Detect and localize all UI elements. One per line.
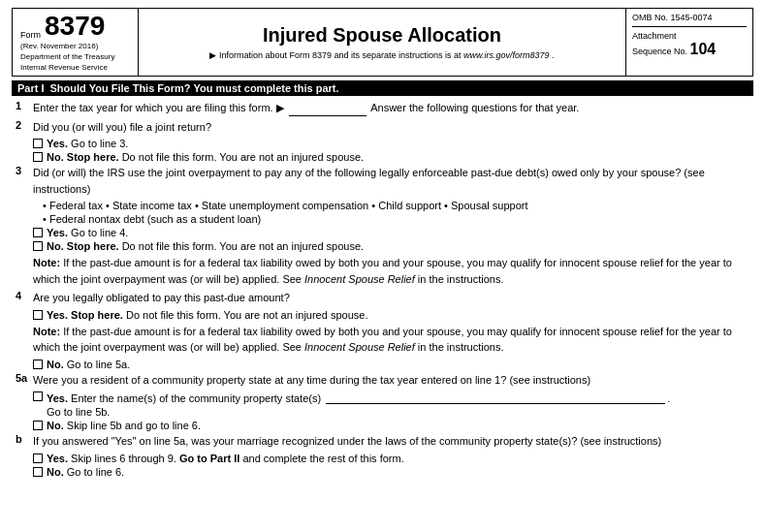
line5a-state-input[interactable]: [326, 391, 665, 404]
form-number: 8379: [45, 13, 105, 40]
line5b-no-checkbox[interactable]: [33, 467, 43, 477]
line4-no-row: No. Go to line 5a.: [33, 359, 749, 370]
form-content: 1 Enter the tax year for which you are f…: [12, 100, 753, 478]
line4-row: 4 Are you legally obligated to pay this …: [16, 290, 749, 306]
line5a-text: Were you a resident of a community prope…: [33, 374, 590, 386]
line3-content: Did (or will) the IRS use the joint over…: [33, 165, 749, 197]
attachment-label: Attachment: [632, 31, 747, 41]
line4-stop: Stop here.: [71, 309, 123, 321]
line2-stop: Stop here.: [67, 151, 119, 163]
attachment-seq: Attachment Sequence No. 104: [632, 26, 747, 58]
line3-yes-row: Yes. Go to line 4.: [33, 227, 749, 238]
line2-yes-checkbox[interactable]: [33, 139, 43, 148]
line4-content: Are you legally obligated to pay this pa…: [33, 290, 749, 306]
note4: Note: If the past-due amount is for a fe…: [33, 324, 749, 356]
note4-end: in the instructions.: [418, 341, 504, 353]
line3-bullet2: • Federal nontax debt (such as a student…: [43, 213, 749, 225]
irs-url-link: www.irs.gov/form8379: [463, 50, 550, 60]
line2-row: 2 Did you (or will you) file a joint ret…: [16, 119, 749, 136]
line4-no-checkbox[interactable]: [33, 360, 43, 369]
line4-yes-label: Yes.: [47, 309, 68, 321]
note3: Note: If the past-due amount is for a fe…: [33, 255, 749, 287]
line4-no-goto: Go to line 5a.: [67, 359, 130, 370]
line3-row: 3 Did (or will) the IRS use the joint ov…: [16, 165, 749, 197]
note3-end: in the instructions.: [418, 273, 504, 285]
line5b-text: If you answered "Yes" on line 5a, was yo…: [33, 435, 661, 447]
line4-number: 4: [16, 290, 33, 301]
line3-text: Did (or will) the IRS use the joint over…: [33, 167, 705, 195]
part1-title-sub: You must complete this part.: [193, 82, 338, 94]
line5b-yes-checkbox[interactable]: [33, 454, 43, 463]
line5b-row: b If you answered "Yes" on line 5a, was …: [16, 433, 749, 450]
form-label: Form: [20, 30, 41, 40]
part1-header: Part I Should You File This Form? You mu…: [12, 80, 753, 96]
line3-stop-text: Do not file this form. You are not an in…: [122, 240, 365, 252]
line3-bullet1: • Federal tax • State income tax • State…: [43, 200, 749, 211]
sequence-number: 104: [690, 41, 717, 57]
line5a-yes-checkbox[interactable]: [33, 391, 43, 401]
line2-yes-label: Yes.: [47, 138, 68, 149]
line3-yes-goto: Go to line 4.: [71, 227, 128, 238]
header-center: Injured Spouse Allocation ▶ Information …: [139, 9, 626, 76]
line5a-yes-goto: Go to line 5b.: [47, 406, 749, 418]
line5b-yes-label: Yes.: [47, 453, 68, 464]
line5a-number: 5a: [16, 372, 33, 384]
note3-label: Note:: [33, 257, 60, 268]
line1-row: 1 Enter the tax year for which you are f…: [16, 100, 749, 116]
form-header: Form 8379 (Rev. November 2016) Departmen…: [12, 8, 753, 77]
form-rev: (Rev. November 2016): [20, 42, 130, 50]
sequence-label: Sequence No. 104: [632, 41, 747, 58]
header-left: Form 8379 (Rev. November 2016) Departmen…: [13, 9, 139, 76]
line5b-yes-row: Yes. Skip lines 6 through 9. Go to Part …: [33, 453, 749, 464]
line5b-yes-bold: Go to Part II: [179, 453, 239, 464]
omb-number: OMB No. 1545-0074: [632, 13, 747, 22]
line2-no-checkbox[interactable]: [33, 152, 43, 162]
line2-number: 2: [16, 119, 33, 131]
line3-no-checkbox[interactable]: [33, 241, 43, 251]
line4-text: Are you legally obligated to pay this pa…: [33, 292, 290, 303]
line5b-number: b: [16, 433, 33, 445]
line4-yes-checkbox[interactable]: [33, 310, 43, 320]
line1-answer: Answer the following questions for that …: [370, 102, 579, 113]
line5a-no-row: No. Skip line 5b and go to line 6.: [33, 420, 749, 431]
part1-title-bold: Should You File This Form?: [50, 82, 191, 94]
line5b-yes-end: and complete the rest of this form.: [242, 453, 403, 464]
part1-title: Should You File This Form? You must comp…: [50, 82, 339, 94]
line3-yes-label: Yes.: [47, 227, 68, 238]
line5a-yes-label: Yes.: [47, 392, 68, 404]
line2-no-row: No. Stop here. Do not file this form. Yo…: [33, 151, 749, 163]
irs-url: ▶ Information about Form 8379 and its se…: [209, 50, 554, 60]
note4-label: Note:: [33, 326, 60, 337]
line5a-row: 5a Were you a resident of a community pr…: [16, 372, 749, 389]
line5a-yes-row: Yes. Enter the name(s) of the community …: [33, 391, 749, 404]
line3-stop: Stop here.: [67, 240, 119, 252]
page: Form 8379 (Rev. November 2016) Departmen…: [0, 0, 765, 532]
line1-number: 1: [16, 100, 33, 111]
note3-italic: Innocent Spouse Relief: [304, 273, 415, 285]
header-right: OMB No. 1545-0074 Attachment Sequence No…: [626, 9, 752, 76]
line5b-no-label: No.: [47, 466, 64, 478]
line5a-no-checkbox[interactable]: [33, 421, 43, 430]
line2-no-label: No.: [47, 151, 64, 163]
line3-yes-checkbox[interactable]: [33, 228, 43, 237]
line4-stop-text: Do not file this form. You are not an in…: [126, 309, 368, 321]
line1-content: Enter the tax year for which you are fil…: [33, 100, 749, 116]
line3-no-row: No. Stop here. Do not file this form. Yo…: [33, 240, 749, 252]
line1-input[interactable]: [289, 115, 367, 116]
info-line-text: ▶ Information about Form 8379 and its se…: [209, 50, 461, 60]
note4-italic: Innocent Spouse Relief: [304, 341, 415, 353]
main-title: Injured Spouse Allocation: [263, 24, 501, 47]
line5a-no-label: No.: [47, 420, 64, 431]
form-dept-line1: Department of the Treasury: [20, 52, 130, 61]
line3-no-label: No.: [47, 240, 64, 252]
part1-label: Part I: [17, 82, 45, 94]
line5b-no-goto: Go to line 6.: [67, 466, 124, 478]
line4-no-label: No.: [47, 359, 64, 370]
line1-text: Enter the tax year for which you are fil…: [33, 102, 284, 113]
line2-text: Did you (or will you) file a joint retur…: [33, 121, 211, 133]
line2-content: Did you (or will you) file a joint retur…: [33, 119, 749, 136]
line2-stop-text: Do not file this form. You are not an in…: [122, 151, 365, 163]
line3-number: 3: [16, 165, 33, 176]
line5a-no-text: Skip line 5b and go to line 6.: [67, 420, 201, 431]
line4-yes-row: Yes. Stop here. Do not file this form. Y…: [33, 309, 749, 321]
